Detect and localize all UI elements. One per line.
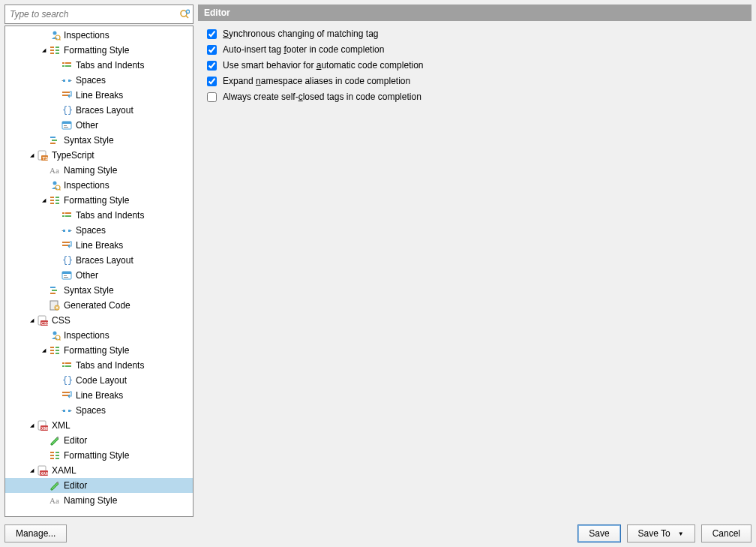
svg-rect-95 [50, 458, 54, 459]
naming-icon: Aa [49, 164, 61, 176]
svg-rect-96 [56, 452, 59, 453]
tree-item-label: Formatting Style [64, 450, 129, 461]
tree-item-line-breaks[interactable]: ▶Line Breaks [5, 388, 193, 403]
left-panel: ▶Inspections◢Formatting Style▶Tabs and I… [4, 5, 194, 517]
svg-text:XAML: XAML [40, 471, 49, 476]
tree-item-syntax-style[interactable]: ▶Syntax Style [5, 133, 193, 148]
tree-item-other[interactable]: ▶Other [5, 268, 193, 283]
svg-rect-97 [56, 455, 59, 456]
tree-item-line-breaks[interactable]: ▶Line Breaks [5, 88, 193, 103]
search-input[interactable] [5, 6, 176, 23]
tree-item-xml[interactable]: ◢XMLXML [5, 418, 193, 433]
naming-icon: Aa [49, 494, 61, 506]
tree-item-braces-layout[interactable]: ▶{}Braces Layout [5, 253, 193, 268]
caret-down-icon[interactable]: ◢ [28, 467, 35, 473]
inspections-icon [49, 329, 61, 341]
option-row: Expand namespace aliases in code complet… [207, 76, 742, 86]
svg-rect-77 [62, 362, 64, 364]
tree-item-formatting-style[interactable]: ▶Formatting Style [5, 448, 193, 463]
tree-item-xaml[interactable]: ◢XAMLXAML [5, 463, 193, 478]
caret-down-icon[interactable]: ◢ [28, 422, 35, 428]
xml-icon: XML [37, 419, 49, 431]
svg-rect-85 [63, 410, 65, 412]
tree-item-tabs-and-indents[interactable]: ▶Tabs and Indents [5, 208, 193, 223]
tree-item-tabs-and-indents[interactable]: ▶Tabs and Indents [5, 358, 193, 373]
svg-rect-48 [63, 230, 65, 232]
tree-item-label: Formatting Style [64, 45, 129, 56]
svg-text:Aa: Aa [50, 496, 59, 505]
tree-item-other[interactable]: ▶Other [5, 118, 193, 133]
svg-rect-17 [68, 80, 70, 82]
tree-item-inspections[interactable]: ▶Inspections [5, 178, 193, 193]
svg-rect-38 [50, 197, 54, 198]
svg-rect-16 [63, 80, 65, 82]
tree-item-formatting-style[interactable]: ◢Formatting Style [5, 43, 193, 58]
option-label[interactable]: Expand namespace aliases in code complet… [223, 76, 410, 86]
option-label[interactable]: Auto-insert tag footer in code completio… [223, 44, 384, 55]
caret-down-icon[interactable]: ◢ [28, 152, 35, 158]
caret-down-icon[interactable]: ◢ [40, 347, 47, 353]
option-checkbox[interactable] [207, 77, 217, 86]
svg-rect-15 [65, 65, 71, 67]
svg-rect-6 [50, 47, 54, 48]
option-label[interactable]: Use smart behavior for automatic code co… [223, 60, 423, 71]
css-icon: CSS [37, 314, 49, 326]
manage-button[interactable]: Manage... [4, 524, 67, 542]
option-checkbox[interactable] [207, 61, 217, 71]
option-row: Auto-insert tag footer in code completio… [207, 44, 742, 55]
tree-item-code-layout[interactable]: ▶{}Code Layout [5, 373, 193, 388]
svg-text:XML: XML [41, 426, 49, 431]
tree-item-spaces[interactable]: ▶Spaces [5, 73, 193, 88]
svg-rect-9 [56, 47, 59, 48]
tree-item-label: Syntax Style [64, 285, 114, 296]
svg-rect-46 [62, 215, 64, 217]
tree-item-label: XAML [52, 465, 76, 476]
tree-item-syntax-style[interactable]: ▶Syntax Style [5, 283, 193, 298]
tree-item-formatting-style[interactable]: ◢Formatting Style [5, 193, 193, 208]
tree-item-typescript[interactable]: ◢TSTypeScript [5, 148, 193, 163]
search-icon[interactable] [176, 5, 193, 23]
tree-item-label: Line Breaks [76, 390, 123, 401]
tabs-icon [61, 59, 73, 71]
caret-down-icon[interactable]: ◢ [40, 47, 47, 53]
option-label[interactable]: Synchronous changing of matching tag [223, 29, 378, 39]
tree-item-editor[interactable]: ▶Editor [5, 433, 193, 448]
svg-rect-83 [62, 392, 70, 393]
svg-rect-73 [50, 353, 54, 354]
tree-item-braces-layout[interactable]: ▶{}Braces Layout [5, 103, 193, 118]
svg-rect-39 [50, 200, 54, 201]
tree-item-line-breaks[interactable]: ▶Line Breaks [5, 238, 193, 253]
save-button[interactable]: Save [578, 524, 620, 542]
option-checkbox[interactable] [207, 29, 217, 39]
cancel-button[interactable]: Cancel [701, 524, 752, 542]
svg-rect-94 [50, 455, 54, 456]
svg-line-5 [59, 39, 61, 41]
tree-item-naming-style[interactable]: ▶AaNaming Style [5, 493, 193, 508]
save-to-button[interactable]: Save To ▼ [627, 524, 695, 542]
tree-item-generated-code[interactable]: ▶Generated Code [5, 298, 193, 313]
svg-rect-27 [64, 127, 68, 128]
option-label[interactable]: Always create self-closed tags in code c… [223, 92, 422, 102]
xaml-icon: XAML [37, 464, 49, 476]
svg-rect-43 [56, 203, 59, 204]
tree-item-spaces[interactable]: ▶Spaces [5, 223, 193, 238]
tree-item-spaces[interactable]: ▶Spaces [5, 403, 193, 418]
formatting-icon [49, 44, 61, 56]
svg-rect-79 [62, 365, 64, 367]
tree-item-css[interactable]: ◢CSSCSS [5, 313, 193, 328]
tree-item-naming-style[interactable]: ▶AaNaming Style [5, 163, 193, 178]
option-checkbox[interactable] [207, 92, 217, 102]
caret-down-icon[interactable]: ◢ [40, 197, 47, 203]
svg-rect-72 [50, 350, 54, 351]
tree-item-formatting-style[interactable]: ◢Formatting Style [5, 343, 193, 358]
options-tree[interactable]: ▶Inspections◢Formatting Style▶Tabs and I… [4, 26, 194, 517]
tree-item-inspections[interactable]: ▶Inspections [5, 328, 193, 343]
option-row: Always create self-closed tags in code c… [207, 92, 742, 102]
save-to-label: Save To [638, 528, 670, 539]
caret-down-icon[interactable]: ◢ [28, 317, 35, 323]
tree-item-tabs-and-indents[interactable]: ▶Tabs and Indents [5, 58, 193, 73]
svg-rect-98 [56, 458, 59, 459]
tree-item-editor[interactable]: ▶Editor [5, 478, 193, 493]
option-checkbox[interactable] [207, 45, 217, 55]
tree-item-inspections[interactable]: ▶Inspections [5, 28, 193, 43]
